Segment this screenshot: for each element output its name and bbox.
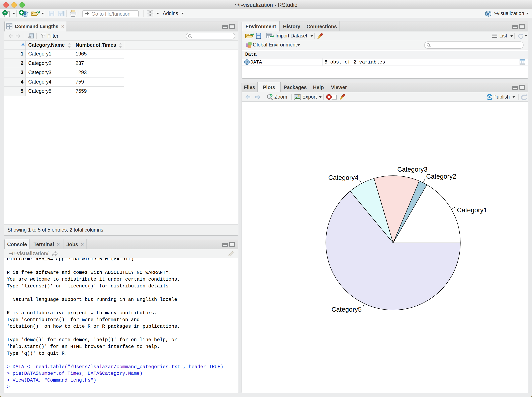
svg-text:Category5: Category5 <box>332 306 362 313</box>
svg-text:R: R <box>24 11 27 16</box>
svg-text:Category1: Category1 <box>457 206 487 214</box>
svg-text:R: R <box>487 11 489 16</box>
svg-text:Category2: Category2 <box>426 173 456 180</box>
svg-text:Category3: Category3 <box>397 166 427 173</box>
svg-text:Category4: Category4 <box>328 174 358 181</box>
